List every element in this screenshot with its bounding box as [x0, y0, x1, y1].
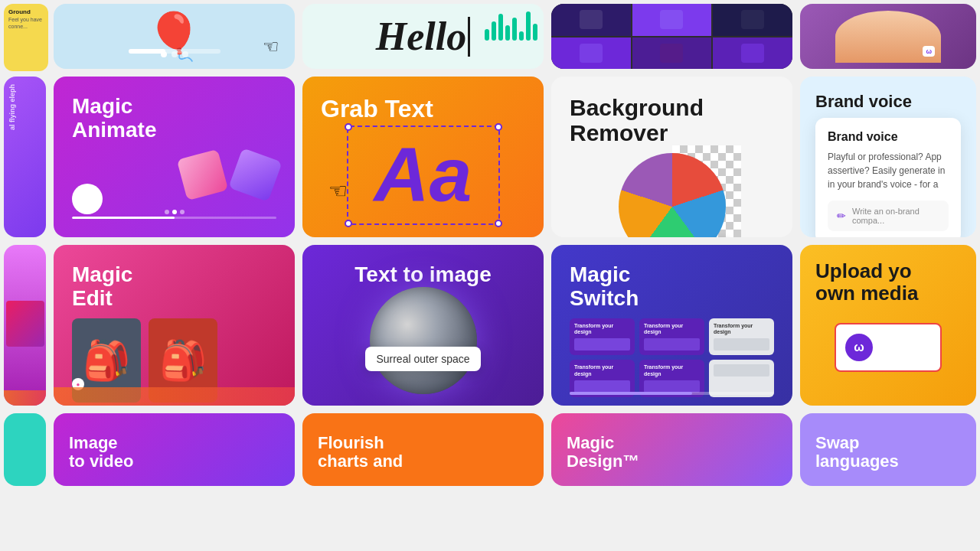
brand-voice-popup-title: Brand voice — [828, 130, 949, 144]
brand-voice-input-placeholder: Write an on-brand compa... — [852, 207, 939, 225]
brand-voice-input-icon: ✏ — [837, 210, 846, 222]
card-magic-design[interactable]: Magic Design™ — [551, 413, 792, 486]
grab-cursor-hand: ☜ — [328, 178, 348, 204]
upload-title-1: Upload yo — [815, 260, 961, 282]
swap-languages-title-2: languages — [815, 452, 961, 471]
bg-remover-title-2: Remover — [570, 120, 774, 145]
brand-voice-header: Brand voice — [815, 92, 961, 112]
magic-edit-title-1: Magic — [72, 263, 276, 287]
switch-mini-title-3: Transform your design — [714, 323, 769, 336]
magic-animate-title-1: Magic — [72, 95, 276, 119]
hotair-dots — [161, 51, 188, 57]
animate-progress-fill — [72, 217, 175, 219]
magic-design-title-2: Design™ — [567, 452, 777, 471]
social-cell-4 — [551, 37, 631, 70]
card-ground[interactable]: Ground Feel you have conne... — [4, 4, 48, 71]
image-to-video-title-2: to video — [69, 452, 279, 471]
card-magic-edit[interactable]: Magic Edit 🎒 🎒 ● — [54, 245, 295, 406]
wave-bar-8 — [533, 24, 537, 41]
card-flourish[interactable]: Flourish charts and — [302, 413, 544, 486]
hello-text: Hello — [376, 14, 466, 59]
main-grid: Ground Feel you have conne... 🎈 ☜ Hello — [0, 0, 980, 551]
card-magic-edit-left — [4, 245, 46, 406]
wave-bar-4 — [505, 25, 510, 41]
social-cell-5 — [632, 37, 712, 70]
social-cell-2 — [632, 4, 712, 36]
social-mosaic — [551, 4, 792, 69]
flourish-title-1: Flourish — [318, 434, 528, 452]
portrait-bg: ω — [800, 4, 976, 69]
switch-mini-title-4: Transform your design — [574, 364, 630, 377]
card-flying-eleph[interactable]: al flying eleph — [4, 77, 46, 237]
magic-switch-title-2: Switch — [570, 287, 774, 311]
wave-bar-5 — [512, 18, 517, 41]
card-swap-languages[interactable]: Swap languages — [800, 413, 976, 486]
switch-mini-img-2 — [644, 338, 700, 350]
magic-edit-title-2: Edit — [72, 287, 276, 311]
switch-mini-card-3: Transform your design — [709, 318, 774, 356]
shape-pink-cube — [177, 149, 228, 201]
card-magic-switch[interactable]: Magic Switch Transform your design Trans… — [551, 245, 792, 406]
switch-cards-grid: Transform your design Transform your des… — [570, 318, 774, 398]
switch-mini-title-5: Transform your design — [644, 364, 700, 377]
card-hotairballoon[interactable]: 🎈 ☜ — [54, 4, 295, 69]
wave-bar-7 — [526, 11, 531, 41]
switch-mini-card-2: Transform your design — [639, 318, 704, 356]
ground-text: Ground — [8, 8, 44, 16]
hello-cursor — [468, 17, 470, 57]
switch-mini-img-1 — [574, 338, 630, 350]
brand-voice-input[interactable]: ✏ Write an on-brand compa... — [828, 201, 949, 231]
card-social[interactable] — [551, 4, 792, 69]
card-grab-text[interactable]: Grab Text Aa ☜ — [302, 77, 544, 237]
card-text-to-image[interactable]: Text to image Surreal outer space — [302, 245, 544, 406]
flying-eleph-text: al flying eleph — [8, 84, 16, 130]
anim-dot-2 — [172, 210, 177, 214]
switch-mini-title-1: Transform your design — [574, 323, 630, 336]
magic-switch-progress-fill — [570, 392, 692, 395]
grab-text-letters: Aa — [374, 131, 472, 219]
switch-mini-img-6 — [714, 364, 769, 377]
portrait-figure: ω — [835, 11, 941, 63]
text-to-image-title: Text to image — [354, 263, 491, 287]
dot-1 — [161, 51, 167, 57]
brand-voice-popup-desc: Playful or professional? App assertive? … — [828, 150, 949, 191]
card-upload-media[interactable]: Upload yo own media ω — [800, 245, 976, 406]
card-portrait[interactable]: ω — [800, 4, 976, 69]
card-bg-remover[interactable]: Background Remover ✂ — [551, 77, 792, 237]
magic-animate-shapes — [72, 142, 276, 219]
dot-2 — [172, 51, 178, 57]
shape-purple-diamond — [228, 148, 282, 201]
anim-dot-3 — [180, 210, 185, 214]
card-brand-voice[interactable]: Brand voice Brand voice Playful or profe… — [800, 77, 976, 237]
swap-languages-title-1: Swap — [815, 434, 961, 452]
wave-bar-1 — [485, 29, 489, 41]
flourish-title-2: charts and — [318, 452, 528, 471]
switch-mini-title-2: Transform your design — [644, 323, 700, 336]
sparkle-icon: ✦ — [72, 184, 103, 214]
animate-progress-bar — [72, 217, 276, 219]
text-to-image-tooltip: Surreal outer space — [365, 347, 480, 371]
co-logo: ω — [923, 46, 935, 57]
grab-text-title: Grab Text — [321, 95, 525, 123]
beach-ball-wrapper: ✂ — [603, 145, 741, 237]
magic-edit-left-content — [4, 245, 46, 406]
social-cell-3 — [713, 4, 792, 36]
handle-tl — [345, 123, 352, 131]
handle-br — [495, 220, 502, 227]
hotair-progress-fill — [129, 49, 165, 54]
social-cell-6 — [713, 37, 792, 70]
card-magic-animate[interactable]: Magic Animate ✦ — [54, 77, 295, 237]
waveform-mini — [4, 390, 46, 406]
image-to-video-title-1: Image — [69, 434, 279, 452]
card-hello[interactable]: Hello — [302, 4, 544, 69]
wave-bar-6 — [519, 31, 524, 41]
switch-mini-img-3 — [714, 338, 769, 350]
magic-edit-waveform — [54, 387, 295, 406]
anim-dot-1 — [165, 210, 169, 214]
ground-subtext: Feel you have conne... — [8, 16, 44, 30]
card-image-to-video[interactable]: Image to video — [54, 413, 295, 486]
sphere-container: Surreal outer space — [370, 287, 477, 394]
cursor-hand-icon: ☜ — [263, 36, 279, 57]
switch-mini-img-5 — [644, 380, 700, 393]
magic-switch-progress-bar — [570, 392, 774, 395]
